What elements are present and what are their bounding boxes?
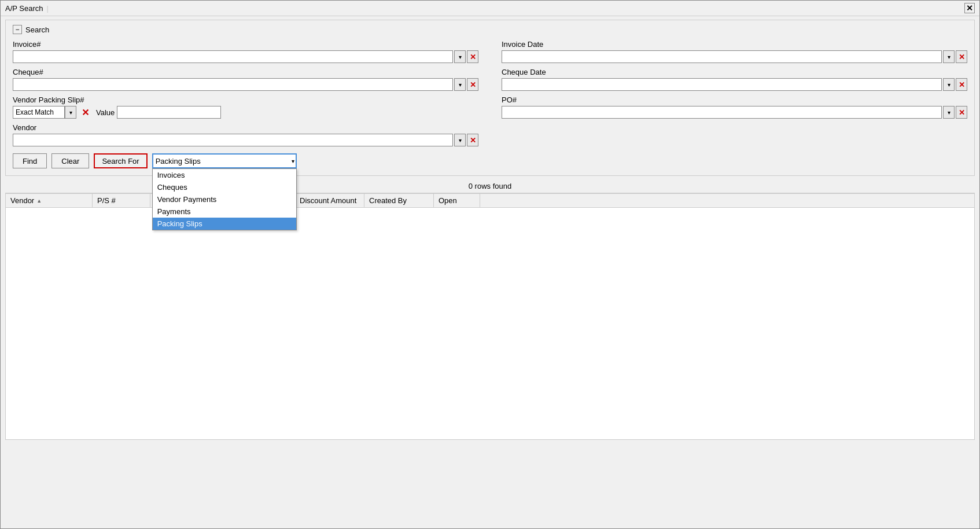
results-table: Vendor ▲ P/S # Vendor Invoice# Vend Disc… <box>5 193 975 440</box>
search-for-options-list: Invoices Cheques Vendor Payments Payment… <box>152 168 297 230</box>
window-title: A/P Search <box>5 4 43 13</box>
invoice-field-group: Invoice# ▾ ✕ <box>13 40 478 63</box>
vendor-label: Vendor <box>13 123 478 132</box>
vendor-field-group: Vendor ▾ ✕ <box>13 123 478 146</box>
table-body <box>6 208 974 439</box>
section-header: − Search <box>13 25 967 34</box>
th-vendor: Vendor ▲ <box>6 194 93 207</box>
vendor-packing-slip-field-group: Vendor Packing Slip# Exact Match ▾ ✕ Val… <box>13 95 478 119</box>
invoice-date-dropdown-arrow[interactable]: ▾ <box>943 50 955 63</box>
vendor-packing-row: Exact Match ▾ ✕ Value <box>13 106 478 119</box>
th-ps: P/S # <box>93 194 150 207</box>
search-for-dropdown: Packing Slips ▾ Invoices Cheques Vendor … <box>152 153 297 168</box>
value-input[interactable] <box>117 106 221 119</box>
cheque-label: Cheque# <box>13 68 478 76</box>
th-discount-label: Discount Amount <box>300 196 356 205</box>
invoice-date-clear-button[interactable]: ✕ <box>956 50 967 63</box>
results-area: 0 rows found Vendor ▲ P/S # Vendor Invoi… <box>5 179 975 440</box>
cheque-date-field-group: Cheque Date ▾ ✕ <box>502 68 967 91</box>
invoice-row: ▾ ✕ <box>13 50 478 63</box>
po-input[interactable] <box>502 106 942 119</box>
table-header: Vendor ▲ P/S # Vendor Invoice# Vend Disc… <box>6 194 974 208</box>
option-invoices[interactable]: Invoices <box>153 169 296 181</box>
option-payments[interactable]: Payments <box>153 205 296 218</box>
collapse-button[interactable]: − <box>13 25 22 34</box>
th-created-by: Created By <box>364 194 434 207</box>
th-vendor-label: Vendor <box>10 196 34 205</box>
invoice-date-label: Invoice Date <box>502 40 967 49</box>
cheque-date-input[interactable] <box>502 78 942 91</box>
cheque-date-dropdown-arrow[interactable]: ▾ <box>943 78 955 91</box>
cheque-field-group: Cheque# ▾ ✕ <box>13 68 478 91</box>
invoice-label: Invoice# <box>13 40 478 49</box>
cheque-date-row: ▾ ✕ <box>502 78 967 91</box>
invoice-clear-button[interactable]: ✕ <box>467 50 478 63</box>
th-open: Open <box>434 194 480 207</box>
option-vendor-payments[interactable]: Vendor Payments <box>153 193 296 205</box>
cheque-input[interactable] <box>13 78 453 91</box>
title-bar: A/P Search | ✕ <box>1 1 979 16</box>
search-for-select-wrapper: Packing Slips ▾ <box>152 153 297 168</box>
main-window: A/P Search | ✕ − Search Invoice# ▾ ✕ Inv… <box>0 0 980 529</box>
th-ps-label: P/S # <box>97 196 116 205</box>
form-grid: Invoice# ▾ ✕ Invoice Date ▾ ✕ Cheque# <box>13 40 967 146</box>
po-clear-button[interactable]: ✕ <box>956 106 967 119</box>
po-label: PO# <box>502 95 967 104</box>
th-open-label: Open <box>439 196 457 205</box>
clear-button[interactable]: Clear <box>51 153 89 168</box>
find-button[interactable]: Find <box>13 153 47 168</box>
close-button[interactable]: ✕ <box>964 3 975 13</box>
vendor-sort-icon: ▲ <box>36 198 42 204</box>
vendor-input[interactable] <box>13 134 453 146</box>
invoice-dropdown-arrow[interactable]: ▾ <box>454 50 466 63</box>
results-status: 0 rows found <box>5 179 975 193</box>
invoice-input[interactable] <box>13 50 453 63</box>
invoice-date-row: ▾ ✕ <box>502 50 967 63</box>
vendor-dropdown-arrow[interactable]: ▾ <box>454 134 466 146</box>
search-for-display[interactable]: Packing Slips <box>152 153 297 168</box>
invoice-date-input[interactable] <box>502 50 942 63</box>
po-field-group: PO# ▾ ✕ <box>502 95 967 119</box>
po-row: ▾ ✕ <box>502 106 967 119</box>
vendor-clear-button[interactable]: ✕ <box>467 134 478 146</box>
empty-cell <box>502 123 967 146</box>
exact-match-combo: Exact Match ▾ <box>13 106 76 119</box>
search-for-button[interactable]: Search For <box>94 153 147 168</box>
exact-match-dropdown-arrow[interactable]: ▾ <box>65 106 76 119</box>
cheque-clear-button[interactable]: ✕ <box>467 78 478 91</box>
vendor-row: ▾ ✕ <box>13 134 478 146</box>
th-created-by-label: Created By <box>369 196 407 205</box>
cheque-dropdown-arrow[interactable]: ▾ <box>454 78 466 91</box>
section-title: Search <box>25 25 49 34</box>
cheque-date-label: Cheque Date <box>502 68 967 76</box>
option-cheques[interactable]: Cheques <box>153 181 296 193</box>
title-bar-left: A/P Search | <box>5 4 49 13</box>
invoice-date-field-group: Invoice Date ▾ ✕ <box>502 40 967 63</box>
cheque-row: ▾ ✕ <box>13 78 478 91</box>
action-row: Find Clear Search For Packing Slips ▾ In… <box>13 153 967 168</box>
exact-match-input[interactable]: Exact Match <box>13 106 65 119</box>
search-for-select-container: Packing Slips ▾ Invoices Cheques Vendor … <box>152 153 297 168</box>
option-packing-slips[interactable]: Packing Slips <box>153 218 296 230</box>
vendor-packing-clear-button[interactable]: ✕ <box>79 106 91 119</box>
vendor-packing-slip-label: Vendor Packing Slip# <box>13 95 478 104</box>
value-label: Value <box>96 108 115 117</box>
th-discount-amount: Discount Amount <box>295 194 364 207</box>
po-dropdown-arrow[interactable]: ▾ <box>943 106 955 119</box>
search-section: − Search Invoice# ▾ ✕ Invoice Date ▾ ✕ <box>5 20 975 176</box>
cheque-date-clear-button[interactable]: ✕ <box>956 78 967 91</box>
